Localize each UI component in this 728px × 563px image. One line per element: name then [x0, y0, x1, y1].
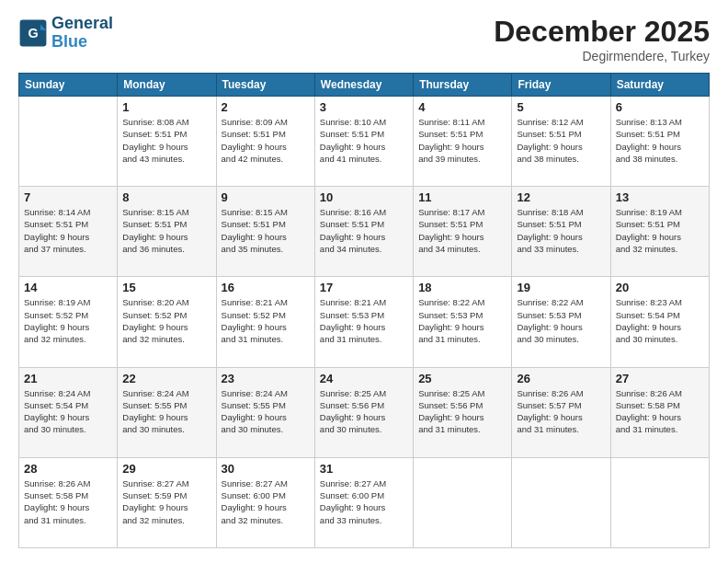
calendar-cell: 15Sunrise: 8:20 AMSunset: 5:52 PMDayligh…: [118, 277, 216, 367]
calendar-week-row: 21Sunrise: 8:24 AMSunset: 5:54 PMDayligh…: [19, 367, 710, 457]
day-info: Sunrise: 8:27 AMSunset: 6:00 PMDaylight:…: [222, 477, 310, 526]
day-info: Sunrise: 8:24 AMSunset: 5:55 PMDaylight:…: [122, 387, 210, 436]
day-number: 8: [122, 190, 210, 204]
calendar-cell: [512, 457, 610, 547]
calendar-cell: 29Sunrise: 8:27 AMSunset: 5:59 PMDayligh…: [118, 457, 216, 547]
day-number: 29: [122, 462, 210, 476]
day-info: Sunrise: 8:22 AMSunset: 5:53 PMDaylight:…: [517, 296, 605, 345]
day-info: Sunrise: 8:25 AMSunset: 5:56 PMDaylight:…: [418, 387, 506, 436]
day-info: Sunrise: 8:24 AMSunset: 5:55 PMDaylight:…: [222, 387, 310, 436]
month-title: December 2025: [494, 15, 710, 49]
day-info: Sunrise: 8:19 AMSunset: 5:51 PMDaylight:…: [616, 206, 704, 255]
day-info: Sunrise: 8:10 AMSunset: 5:51 PMDaylight:…: [320, 116, 408, 165]
calendar-week-row: 1Sunrise: 8:08 AMSunset: 5:51 PMDaylight…: [19, 97, 710, 187]
day-number: 4: [418, 100, 506, 114]
day-info: Sunrise: 8:12 AMSunset: 5:51 PMDaylight:…: [517, 116, 605, 165]
day-number: 2: [222, 100, 310, 114]
calendar-cell: 3Sunrise: 8:10 AMSunset: 5:51 PMDaylight…: [314, 97, 413, 187]
calendar-cell: 5Sunrise: 8:12 AMSunset: 5:51 PMDaylight…: [512, 97, 610, 187]
day-number: 25: [418, 372, 506, 385]
day-info: Sunrise: 8:16 AMSunset: 5:51 PMDaylight:…: [320, 206, 408, 255]
day-number: 24: [320, 372, 408, 385]
calendar-cell: 26Sunrise: 8:26 AMSunset: 5:57 PMDayligh…: [512, 367, 610, 457]
calendar-cell: 9Sunrise: 8:15 AMSunset: 5:51 PMDaylight…: [216, 187, 314, 277]
logo-text: General Blue: [51, 15, 113, 52]
calendar-header-row: SundayMondayTuesdayWednesdayThursdayFrid…: [19, 74, 710, 97]
day-number: 18: [418, 281, 506, 294]
day-number: 3: [320, 100, 408, 114]
day-number: 28: [24, 462, 112, 476]
calendar-cell: 17Sunrise: 8:21 AMSunset: 5:53 PMDayligh…: [314, 277, 413, 367]
calendar-cell: 14Sunrise: 8:19 AMSunset: 5:52 PMDayligh…: [19, 277, 118, 367]
day-number: 22: [122, 372, 210, 385]
day-number: 15: [122, 281, 210, 294]
day-of-week-monday: Monday: [118, 74, 216, 97]
day-number: 26: [517, 372, 605, 385]
svg-text:G: G: [28, 26, 38, 40]
logo: G General Blue: [18, 15, 113, 52]
day-info: Sunrise: 8:26 AMSunset: 5:58 PMDaylight:…: [616, 387, 704, 436]
logo-line2: Blue: [51, 32, 87, 51]
calendar-cell: 11Sunrise: 8:17 AMSunset: 5:51 PMDayligh…: [414, 187, 512, 277]
calendar-cell: [19, 97, 118, 187]
day-number: 13: [616, 190, 704, 204]
day-info: Sunrise: 8:11 AMSunset: 5:51 PMDaylight:…: [418, 116, 506, 165]
location: Degirmendere, Turkey: [494, 49, 710, 63]
calendar-cell: 30Sunrise: 8:27 AMSunset: 6:00 PMDayligh…: [216, 457, 314, 547]
day-info: Sunrise: 8:08 AMSunset: 5:51 PMDaylight:…: [122, 116, 210, 165]
calendar-cell: 18Sunrise: 8:22 AMSunset: 5:53 PMDayligh…: [414, 277, 512, 367]
page: G General Blue December 2025 Degirmender…: [0, 0, 728, 563]
calendar-cell: 16Sunrise: 8:21 AMSunset: 5:52 PMDayligh…: [216, 277, 314, 367]
calendar-cell: [610, 457, 709, 547]
day-number: 6: [616, 100, 704, 114]
title-block: December 2025 Degirmendere, Turkey: [494, 15, 710, 63]
day-info: Sunrise: 8:26 AMSunset: 5:58 PMDaylight:…: [24, 477, 112, 526]
day-of-week-saturday: Saturday: [610, 74, 709, 97]
day-number: 20: [616, 281, 704, 294]
calendar-week-row: 7Sunrise: 8:14 AMSunset: 5:51 PMDaylight…: [19, 187, 710, 277]
day-info: Sunrise: 8:27 AMSunset: 5:59 PMDaylight:…: [122, 477, 210, 526]
calendar-cell: 7Sunrise: 8:14 AMSunset: 5:51 PMDaylight…: [19, 187, 118, 277]
day-info: Sunrise: 8:26 AMSunset: 5:57 PMDaylight:…: [517, 387, 605, 436]
day-number: 1: [122, 100, 210, 114]
calendar-cell: 1Sunrise: 8:08 AMSunset: 5:51 PMDaylight…: [118, 97, 216, 187]
calendar-cell: 8Sunrise: 8:15 AMSunset: 5:51 PMDaylight…: [118, 187, 216, 277]
day-info: Sunrise: 8:09 AMSunset: 5:51 PMDaylight:…: [222, 116, 310, 165]
calendar-week-row: 28Sunrise: 8:26 AMSunset: 5:58 PMDayligh…: [19, 457, 710, 547]
day-of-week-sunday: Sunday: [19, 74, 118, 97]
day-info: Sunrise: 8:20 AMSunset: 5:52 PMDaylight:…: [122, 296, 210, 345]
calendar-table: SundayMondayTuesdayWednesdayThursdayFrid…: [18, 73, 710, 548]
day-number: 11: [418, 190, 506, 204]
calendar-cell: 23Sunrise: 8:24 AMSunset: 5:55 PMDayligh…: [216, 367, 314, 457]
logo-line1: General: [51, 14, 113, 32]
day-info: Sunrise: 8:25 AMSunset: 5:56 PMDaylight:…: [320, 387, 408, 436]
calendar-cell: 21Sunrise: 8:24 AMSunset: 5:54 PMDayligh…: [19, 367, 118, 457]
day-info: Sunrise: 8:15 AMSunset: 5:51 PMDaylight:…: [122, 206, 210, 255]
calendar-cell: 25Sunrise: 8:25 AMSunset: 5:56 PMDayligh…: [414, 367, 512, 457]
day-number: 7: [24, 190, 112, 204]
calendar-cell: 4Sunrise: 8:11 AMSunset: 5:51 PMDaylight…: [414, 97, 512, 187]
day-number: 14: [24, 281, 112, 294]
day-info: Sunrise: 8:19 AMSunset: 5:52 PMDaylight:…: [24, 296, 112, 345]
day-number: 16: [222, 281, 310, 294]
calendar-cell: 24Sunrise: 8:25 AMSunset: 5:56 PMDayligh…: [314, 367, 413, 457]
day-number: 31: [320, 462, 408, 476]
day-of-week-wednesday: Wednesday: [314, 74, 413, 97]
day-info: Sunrise: 8:21 AMSunset: 5:53 PMDaylight:…: [320, 296, 408, 345]
calendar-cell: 19Sunrise: 8:22 AMSunset: 5:53 PMDayligh…: [512, 277, 610, 367]
calendar-cell: 31Sunrise: 8:27 AMSunset: 6:00 PMDayligh…: [314, 457, 413, 547]
day-number: 17: [320, 281, 408, 294]
day-info: Sunrise: 8:24 AMSunset: 5:54 PMDaylight:…: [24, 387, 112, 436]
day-number: 27: [616, 372, 704, 385]
calendar-cell: 2Sunrise: 8:09 AMSunset: 5:51 PMDaylight…: [216, 97, 314, 187]
day-number: 10: [320, 190, 408, 204]
day-info: Sunrise: 8:13 AMSunset: 5:51 PMDaylight:…: [616, 116, 704, 165]
header: G General Blue December 2025 Degirmender…: [18, 15, 710, 63]
logo-icon: G: [18, 18, 48, 48]
calendar-cell: 13Sunrise: 8:19 AMSunset: 5:51 PMDayligh…: [610, 187, 709, 277]
day-number: 21: [24, 372, 112, 385]
day-info: Sunrise: 8:14 AMSunset: 5:51 PMDaylight:…: [24, 206, 112, 255]
day-number: 30: [222, 462, 310, 476]
day-info: Sunrise: 8:21 AMSunset: 5:52 PMDaylight:…: [222, 296, 310, 345]
calendar-cell: 20Sunrise: 8:23 AMSunset: 5:54 PMDayligh…: [610, 277, 709, 367]
